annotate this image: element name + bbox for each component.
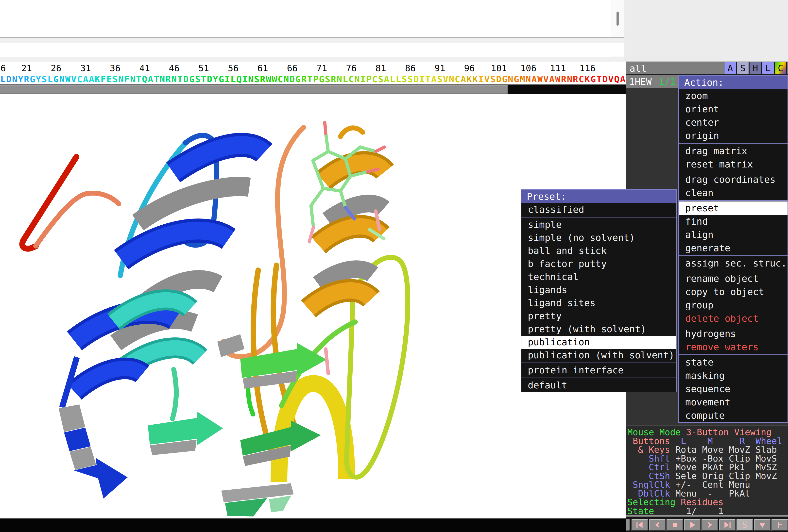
residue-29[interactable]: V [71, 75, 77, 84]
residue-67[interactable]: G [295, 75, 301, 84]
residue-92[interactable]: V [442, 75, 449, 84]
residue-106[interactable]: N [525, 75, 531, 84]
residue-117[interactable]: G [590, 75, 596, 84]
vcr-f-button[interactable]: F [771, 519, 788, 531]
residue-82[interactable]: A [383, 75, 390, 84]
residue-115[interactable]: C [578, 75, 584, 84]
residue-24[interactable]: S [41, 75, 47, 84]
action-item-orient[interactable]: orient [679, 102, 788, 116]
action-item-rename-object[interactable]: rename object [679, 272, 788, 285]
command-input-area[interactable] [0, 43, 624, 56]
residue-108[interactable]: W [537, 75, 543, 84]
object-row-1hew[interactable]: 1HEW 1/1 [626, 75, 678, 88]
residue-44[interactable]: N [159, 75, 165, 84]
vcr-go-to-end[interactable] [719, 519, 736, 531]
residue-78[interactable]: I [360, 75, 366, 84]
residue-53[interactable]: Y [212, 75, 218, 84]
action-item-masking[interactable]: masking [679, 369, 788, 382]
vcr-stop[interactable] [667, 519, 683, 531]
action-item-align[interactable]: align [679, 228, 788, 241]
residue-90[interactable]: A [431, 75, 437, 84]
action-item-remove-waters[interactable]: remove waters [679, 341, 788, 354]
residue-49[interactable]: G [189, 75, 195, 84]
residue-66[interactable]: D [289, 75, 295, 84]
residue-30[interactable]: C [77, 75, 82, 84]
vcr-step-back[interactable] [649, 519, 666, 531]
residue-88[interactable]: I [419, 75, 425, 84]
residue-73[interactable]: R [331, 75, 336, 84]
residue-64[interactable]: C [277, 75, 283, 84]
residue-35[interactable]: E [106, 75, 112, 84]
residue-77[interactable]: N [354, 75, 360, 84]
residue-54[interactable]: G [218, 75, 224, 84]
residue-18[interactable]: D [6, 75, 12, 84]
action-item-generate[interactable]: generate [679, 241, 788, 255]
action-item-copy-to-object[interactable]: copy to object [679, 285, 788, 299]
residue-21[interactable]: R [24, 75, 29, 84]
residue-20[interactable]: Y [18, 75, 24, 84]
residue-46[interactable]: N [171, 75, 177, 84]
residue-55[interactable]: I [224, 75, 230, 84]
action-item-origin[interactable]: origin [679, 129, 788, 142]
residue-107[interactable]: A [531, 75, 537, 84]
residue-87[interactable]: D [413, 75, 419, 84]
sequence-scrollbar-thumb[interactable] [0, 85, 508, 94]
residue-97[interactable]: K [472, 75, 478, 84]
residue-22[interactable]: G [29, 75, 36, 84]
residue-75[interactable]: L [342, 75, 348, 84]
residue-113[interactable]: N [567, 75, 573, 84]
residue-40[interactable]: T [136, 75, 142, 84]
residue-31[interactable]: A [82, 75, 88, 84]
residue-86[interactable]: S [407, 75, 413, 84]
preset-item-ligands[interactable]: ligands [521, 284, 676, 296]
residue-89[interactable]: T [425, 75, 431, 84]
vcr-play[interactable] [684, 519, 701, 531]
residue-114[interactable]: R [572, 75, 578, 84]
action-item-assign-sec-struc-[interactable]: assign sec. struc. [679, 257, 788, 270]
residue-70[interactable]: P [313, 75, 319, 84]
residue-39[interactable]: N [130, 75, 136, 84]
action-item-center[interactable]: center [679, 116, 788, 129]
action-item-drag-matrix[interactable]: drag matrix [679, 144, 788, 158]
action-item-clean[interactable]: clean [679, 186, 788, 200]
residue-105[interactable]: M [519, 75, 525, 84]
action-item-zoom[interactable]: zoom [679, 89, 788, 102]
residue-104[interactable]: G [513, 75, 519, 84]
residue-119[interactable]: D [602, 75, 608, 84]
residue-83[interactable]: L [390, 75, 395, 84]
residue-59[interactable]: N [248, 75, 254, 84]
residue-42[interactable]: A [147, 75, 154, 84]
residue-81[interactable]: S [378, 75, 383, 84]
residue-37[interactable]: N [118, 75, 124, 84]
preset-item-pretty-with-solvent-[interactable]: pretty (with solvent) [521, 323, 676, 336]
residue-56[interactable]: L [230, 75, 236, 84]
residue-94[interactable]: C [454, 75, 460, 84]
residue-38[interactable]: F [124, 75, 130, 84]
residue-17[interactable]: L [0, 75, 6, 84]
residue-51[interactable]: T [201, 75, 206, 84]
residue-57[interactable]: Q [236, 75, 242, 84]
residue-121[interactable]: Q [614, 75, 620, 84]
action-item-compute[interactable]: compute [679, 409, 788, 422]
residue-50[interactable]: S [195, 75, 201, 84]
residue-63[interactable]: W [272, 75, 277, 84]
preset-item-publication[interactable]: publication [521, 336, 676, 349]
residue-34[interactable]: F [100, 75, 106, 84]
action-item-find[interactable]: find [679, 215, 788, 228]
action-item-sequence[interactable]: sequence [679, 382, 788, 395]
preset-item-b-factor-putty[interactable]: b factor putty [521, 258, 676, 270]
residue-69[interactable]: T [307, 75, 313, 84]
vcr-scene-down[interactable] [754, 519, 771, 531]
residue-65[interactable]: N [283, 75, 289, 84]
action-item-reset-matrix[interactable]: reset matrix [679, 158, 788, 171]
residue-79[interactable]: P [366, 75, 372, 84]
residue-116[interactable]: K [584, 75, 590, 84]
external-gui-scrollbar-thumb[interactable] [616, 12, 619, 26]
preset-item-classified[interactable]: classified [521, 203, 676, 216]
preset-item-technical[interactable]: technical [521, 270, 676, 284]
residue-110[interactable]: A [549, 75, 555, 84]
residue-48[interactable]: D [183, 75, 189, 84]
residue-61[interactable]: R [260, 75, 265, 84]
residue-101[interactable]: D [496, 75, 502, 84]
residue-74[interactable]: N [336, 75, 342, 84]
